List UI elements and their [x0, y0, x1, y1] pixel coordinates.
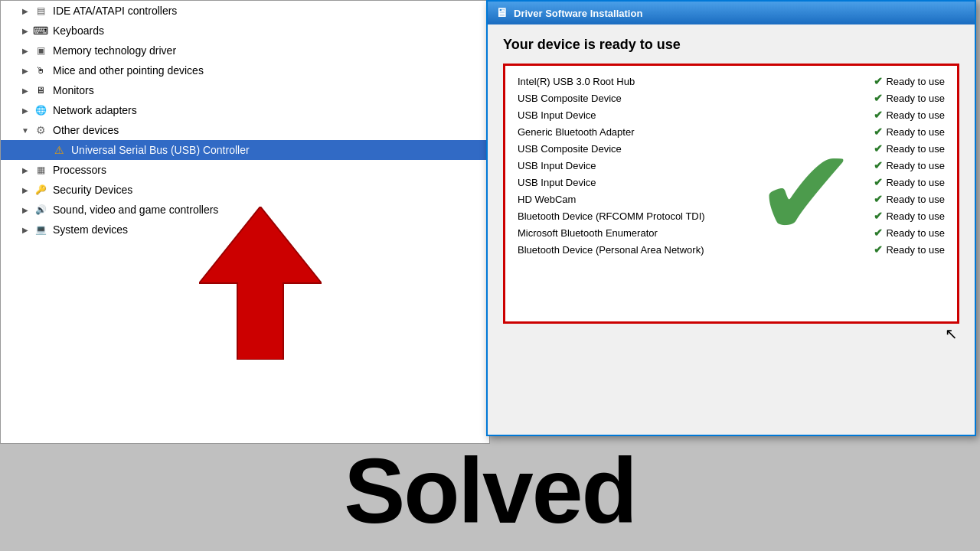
- solved-overlay-text: Solved: [344, 438, 635, 543]
- tree-item-processors[interactable]: ▶Processors: [1, 160, 489, 180]
- status-text-9: Ready to use: [886, 227, 945, 239]
- device-name-4: USB Composite Device: [518, 143, 874, 155]
- device-name-7: HD WebCam: [518, 194, 874, 205]
- device-icon-system: [33, 222, 48, 237]
- device-status-3: ✔Ready to use: [874, 126, 945, 138]
- status-text-4: Ready to use: [886, 143, 945, 155]
- device-icon-sound: [33, 202, 48, 217]
- device-row: USB Input Device✔Ready to use: [518, 176, 945, 188]
- expand-icon[interactable]: ▼: [19, 124, 31, 136]
- status-text-5: Ready to use: [886, 160, 945, 171]
- device-icon-mice: [33, 63, 48, 78]
- tree-item-label-memory: Memory technology driver: [53, 44, 176, 57]
- expand-icon[interactable]: [38, 144, 50, 156]
- check-icon-9: ✔: [874, 227, 883, 239]
- device-row: USB Composite Device✔Ready to use: [518, 142, 945, 155]
- device-name-10: Bluetooth Device (Personal Area Network): [518, 244, 874, 256]
- svg-marker-0: [199, 207, 322, 360]
- device-row: USB Input Device✔Ready to use: [518, 159, 945, 171]
- tree-item-label-system: System devices: [53, 223, 128, 236]
- tree-item-label-security: Security Devices: [53, 184, 132, 196]
- device-name-9: Microsoft Bluetooth Enumerator: [518, 227, 874, 239]
- device-name-3: Generic Bluetooth Adapter: [518, 126, 874, 138]
- tree-item-mice[interactable]: ▶Mice and other pointing devices: [1, 60, 489, 80]
- tree-item-security[interactable]: ▶Security Devices: [1, 180, 489, 200]
- tree-item-network[interactable]: ▶Network adapters: [1, 100, 489, 120]
- driver-installation-dialog: 🖥 Driver Software Installation Your devi…: [486, 0, 976, 436]
- check-icon-6: ✔: [874, 176, 883, 188]
- device-icon-keyboards: [33, 23, 48, 38]
- device-name-8: Bluetooth Device (RFCOMM Protocol TDI): [518, 210, 874, 222]
- status-text-10: Ready to use: [886, 244, 945, 256]
- expand-icon[interactable]: ▶: [19, 84, 31, 96]
- status-text-1: Ready to use: [886, 93, 945, 104]
- device-name-2: USB Input Device: [518, 109, 874, 121]
- status-text-8: Ready to use: [886, 210, 945, 222]
- device-row: USB Input Device✔Ready to use: [518, 109, 945, 121]
- red-arrow-icon: [199, 207, 322, 360]
- tree-item-monitors[interactable]: ▶Monitors: [1, 80, 489, 100]
- device-status-7: ✔Ready to use: [874, 193, 945, 205]
- tree-item-label-keyboards: Keyboards: [53, 24, 104, 37]
- status-text-3: Ready to use: [886, 126, 945, 138]
- device-icon-usb-controller: [51, 142, 67, 158]
- check-icon-10: ✔: [874, 243, 883, 256]
- tree-item-label-processors: Processors: [53, 164, 106, 176]
- device-row: Generic Bluetooth Adapter✔Ready to use: [518, 126, 945, 138]
- device-row: USB Composite Device✔Ready to use: [518, 92, 945, 104]
- tree-item-label-sound: Sound, video and game controllers: [53, 204, 218, 216]
- check-icon-0: ✔: [874, 75, 883, 87]
- status-text-0: Ready to use: [886, 76, 945, 87]
- expand-icon[interactable]: ▶: [19, 204, 31, 216]
- expand-icon[interactable]: ▶: [19, 24, 31, 37]
- expand-icon[interactable]: ▶: [19, 223, 31, 236]
- device-status-6: ✔Ready to use: [874, 176, 945, 188]
- check-icon-4: ✔: [874, 142, 883, 155]
- device-status-0: ✔Ready to use: [874, 75, 945, 87]
- dialog-content: Your device is ready to use ✔ Intel(R) U…: [488, 24, 975, 336]
- device-name-0: Intel(R) USB 3.0 Root Hub: [518, 76, 874, 87]
- device-status-1: ✔Ready to use: [874, 92, 945, 104]
- expand-icon[interactable]: ▶: [19, 164, 31, 176]
- tree-item-memory[interactable]: ▶Memory technology driver: [1, 41, 489, 60]
- device-name-1: USB Composite Device: [518, 93, 874, 104]
- device-name-5: USB Input Device: [518, 160, 874, 171]
- device-status-10: ✔Ready to use: [874, 243, 945, 256]
- tree-item-label-monitors: Monitors: [53, 84, 94, 96]
- dialog-ready-message: Your device is ready to use: [503, 37, 959, 53]
- tree-item-label-usb-controller: Universal Serial Bus (USB) Controller: [71, 144, 250, 156]
- device-row: Intel(R) USB 3.0 Root Hub✔Ready to use: [518, 75, 945, 87]
- expand-icon[interactable]: ▶: [19, 104, 31, 116]
- device-status-4: ✔Ready to use: [874, 142, 945, 155]
- tree-item-label-network: Network adapters: [53, 104, 137, 116]
- check-icon-2: ✔: [874, 109, 883, 121]
- device-status-9: ✔Ready to use: [874, 227, 945, 239]
- expand-icon[interactable]: ▶: [19, 184, 31, 196]
- tree-item-other[interactable]: ▼Other devices: [1, 120, 489, 140]
- status-text-2: Ready to use: [886, 109, 945, 121]
- device-icon-security: [33, 182, 48, 197]
- tree-item-usb-controller[interactable]: Universal Serial Bus (USB) Controller: [1, 140, 489, 160]
- device-icon-memory: [33, 43, 48, 58]
- tree-item-ide[interactable]: ▶IDE ATA/ATAPI controllers: [1, 1, 489, 21]
- device-status-5: ✔Ready to use: [874, 159, 945, 171]
- dialog-title-icon: 🖥: [495, 6, 508, 20]
- device-status-8: ✔Ready to use: [874, 210, 945, 222]
- device-row: Bluetooth Device (Personal Area Network)…: [518, 243, 945, 256]
- dialog-title: Driver Software Installation: [514, 8, 642, 19]
- device-icon-monitors: [33, 83, 48, 98]
- expand-icon[interactable]: ▶: [19, 64, 31, 77]
- device-status-2: ✔Ready to use: [874, 109, 945, 121]
- tree-item-label-other: Other devices: [53, 124, 119, 136]
- check-icon-3: ✔: [874, 126, 883, 138]
- tree-item-keyboards[interactable]: ▶Keyboards: [1, 21, 489, 41]
- tree-item-label-ide: IDE ATA/ATAPI controllers: [53, 5, 177, 17]
- expand-icon[interactable]: ▶: [19, 44, 31, 57]
- check-icon-8: ✔: [874, 210, 883, 222]
- check-icon-5: ✔: [874, 159, 883, 171]
- tree-item-label-mice: Mice and other pointing devices: [53, 64, 204, 77]
- status-text-6: Ready to use: [886, 177, 945, 188]
- expand-icon[interactable]: ▶: [19, 5, 31, 17]
- device-list-box: ✔ Intel(R) USB 3.0 Root Hub✔Ready to use…: [503, 64, 959, 324]
- dialog-titlebar: 🖥 Driver Software Installation: [488, 2, 975, 24]
